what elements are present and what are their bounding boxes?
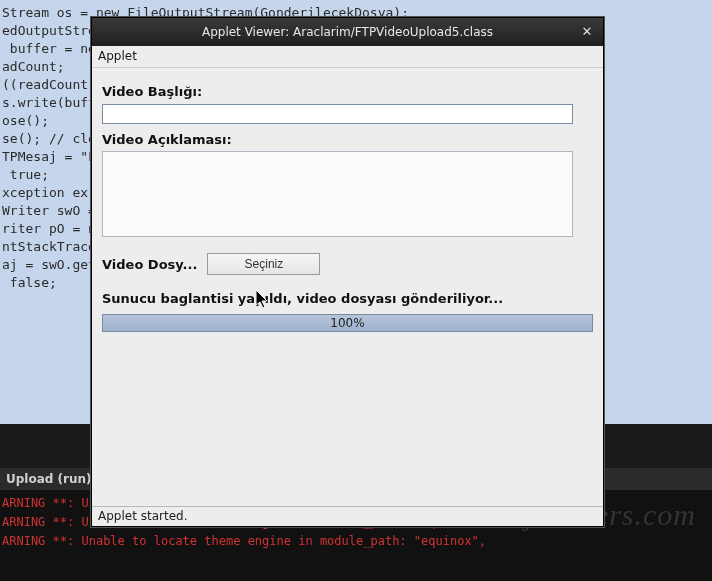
- window-title: Applet Viewer: Araclarim/FTPVideoUpload5…: [202, 25, 493, 39]
- applet-menu[interactable]: Applet: [92, 46, 603, 68]
- video-title-label: Video Başlığı:: [102, 84, 593, 99]
- video-desc-label: Video Açıklaması:: [102, 132, 593, 147]
- upload-status-text: Sunucu baglantisi yapıldı, video dosyası…: [102, 291, 593, 306]
- applet-viewer-window: Applet Viewer: Araclarim/FTPVideoUpload5…: [91, 17, 604, 527]
- choose-file-button[interactable]: Seçiniz: [207, 253, 320, 275]
- window-titlebar[interactable]: Applet Viewer: Araclarim/FTPVideoUpload5…: [92, 18, 603, 46]
- terminal-line: ARNING **: Unable to locate theme engine…: [2, 532, 710, 551]
- video-title-input[interactable]: [102, 104, 573, 124]
- applet-statusbar: Applet started.: [92, 506, 603, 526]
- progress-percent-label: 100%: [103, 316, 592, 330]
- upload-progress-bar: 100%: [102, 314, 593, 332]
- close-icon[interactable]: ✕: [577, 22, 597, 42]
- applet-content: Video Başlığı: Video Açıklaması: Video D…: [92, 68, 603, 340]
- video-file-label: Video Dosy...: [102, 257, 197, 272]
- video-desc-textarea[interactable]: [102, 151, 573, 237]
